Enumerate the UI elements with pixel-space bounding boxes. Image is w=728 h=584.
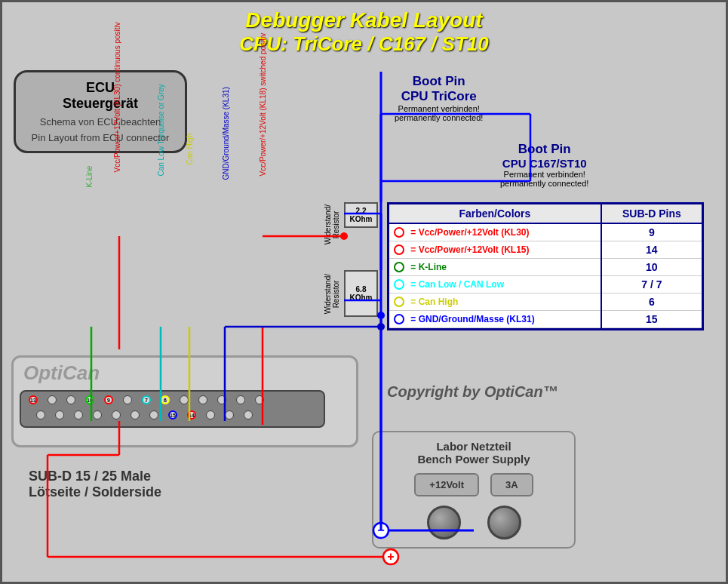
pin-r2-7	[149, 410, 158, 420]
pin-r2-3	[74, 410, 83, 420]
pin-r1-6	[123, 395, 132, 404]
pin-14-red: 14	[187, 410, 196, 420]
pin-r2-5	[112, 410, 121, 420]
wire-label-canhigh: Can High	[186, 134, 194, 165]
labor-buttons: +12Volt 3A	[381, 473, 567, 496]
copyright: Copyright by OptiCan™	[387, 383, 558, 401]
subd-title2: Lötseite / Solderside	[29, 484, 161, 500]
subd-connector: 13 10 9 7 6	[20, 386, 350, 439]
pin-r1-11	[217, 395, 226, 404]
wire-label-vcc30: Vcc/Power/+12Volt (KL30) continuous posi…	[113, 22, 121, 172]
resistor2-box: 6.8 KOhm	[344, 270, 378, 317]
labor-box: Labor Netzteil Bench Power Supply +12Vol…	[372, 431, 576, 549]
pin-r1-7-cyan: 7	[142, 395, 151, 404]
pin-r1-8-yellow: 6	[161, 395, 170, 404]
boot-pin-tricore-label: Boot Pin	[395, 74, 483, 89]
boot-pin-tricore-cpu: CPU TriCore	[395, 89, 483, 104]
table-row: = Vcc/Power/+12Volt (KL30) 9	[389, 223, 702, 241]
labor-btn-12v: +12Volt	[414, 473, 479, 496]
boot-pin-c167-desc1: Permanent verbinden!	[500, 170, 588, 179]
title-line1: Debugger Kabel Layout	[2, 8, 726, 32]
pin-r1-2	[48, 395, 57, 404]
labor-title1: Labor Netzteil	[381, 440, 567, 453]
pin-r1-10	[198, 395, 207, 404]
boot-pin-tricore: Boot Pin CPU TriCore Permanent verbinden…	[395, 74, 483, 122]
main-container: Debugger Kabel Layout CPU: TriCore / C16…	[0, 0, 728, 584]
boot-pin-tricore-desc1: Permanent verbinden!	[395, 104, 483, 113]
svg-point-16	[383, 549, 398, 564]
subd-row2: 15 14	[36, 410, 253, 420]
boot-pin-c167-cpu: CPU C167/ST10	[500, 157, 588, 170]
color-table: Farben/Colors SUB-D Pins = Vcc/Power/+12…	[387, 202, 704, 330]
labor-knob-left	[427, 506, 461, 539]
svg-text:+: +	[387, 550, 394, 563]
optican-label: OptiCan	[20, 361, 350, 385]
pin-r2-2	[55, 410, 64, 420]
labor-knobs	[381, 506, 567, 539]
subd-title1: SUB-D 15 / 25 Male	[29, 469, 161, 484]
table-row: = Can Low / CAN Low 7 / 7	[389, 276, 702, 294]
optican-box: OptiCan 13 10 9 7 6	[11, 355, 358, 447]
pin-r2-10	[206, 410, 215, 420]
svg-point-28	[340, 232, 348, 240]
table-row: = GND/Ground/Masse (KL31) 15	[389, 311, 702, 328]
boot-pin-c167: Boot Pin CPU C167/ST10 Permanent verbind…	[500, 142, 588, 188]
pin-r1-5-red: 9	[104, 395, 113, 404]
ecu-desc2: Pin Layout from ECU connector	[27, 132, 174, 143]
pin-r2-4	[93, 410, 102, 420]
col-header-pins: SUB-D Pins	[601, 204, 702, 223]
col-header-colors: Farben/Colors	[389, 204, 601, 223]
pin-r1-4-green: 10	[85, 395, 94, 404]
pin-r1-9	[180, 395, 189, 404]
pin-r1-13	[255, 395, 264, 404]
table-row: = K-Line 10	[389, 259, 702, 276]
pin-r2-12	[244, 410, 253, 420]
wire-label-vcc15: Vcc/Power/+12Volt (KL18) switched positi…	[259, 33, 267, 177]
resistor1-label: Widerstand/Resistor	[324, 204, 340, 244]
wire-label-gnd: GND/Ground/Masse (KL31)	[222, 87, 230, 180]
table-row: = Vcc/Power/+12Volt (KL15) 14	[389, 241, 702, 259]
table-row: = Can High 6	[389, 294, 702, 311]
labor-knob-right	[487, 506, 521, 539]
boot-pin-c167-desc2: permanently connected!	[500, 179, 588, 188]
ecu-title: ECU	[27, 80, 174, 96]
labor-btn-3a: 3A	[490, 473, 533, 496]
wire-label-kline: K-Line	[85, 166, 94, 188]
subd-row1: 13 10 9 7 6	[29, 395, 264, 404]
ecu-subtitle: Steuergerät	[27, 96, 174, 112]
wire-label-canlow: Can Low Turquoise or Grey	[157, 84, 165, 176]
svg-point-6	[377, 312, 385, 319]
pin-r2-11	[225, 410, 234, 420]
pin-r1-3	[66, 395, 75, 404]
ecu-desc1: Schema von ECU beachten	[27, 116, 174, 128]
labor-title2: Bench Power Supply	[381, 453, 567, 466]
boot-pin-tricore-desc2: permanently connected!	[395, 113, 483, 122]
svg-point-24	[377, 323, 385, 330]
pin-15-blue: 15	[168, 410, 177, 420]
pin-r2-6	[131, 410, 140, 420]
pin-13: 13	[29, 395, 38, 404]
pin-r1-12	[236, 395, 245, 404]
subd-label: SUB-D 15 / 25 Male Lötseite / Solderside	[29, 469, 161, 500]
pin-r2-1	[36, 410, 45, 420]
title-line2: CPU: TriCore / C167 / ST10	[2, 32, 726, 56]
resistor1-box: 2.2 KOhm	[344, 202, 378, 228]
resistor2-label: Widerstand/Resistor	[324, 274, 340, 314]
title-area: Debugger Kabel Layout CPU: TriCore / C16…	[2, 2, 726, 56]
boot-pin-c167-label: Boot Pin	[500, 142, 588, 157]
